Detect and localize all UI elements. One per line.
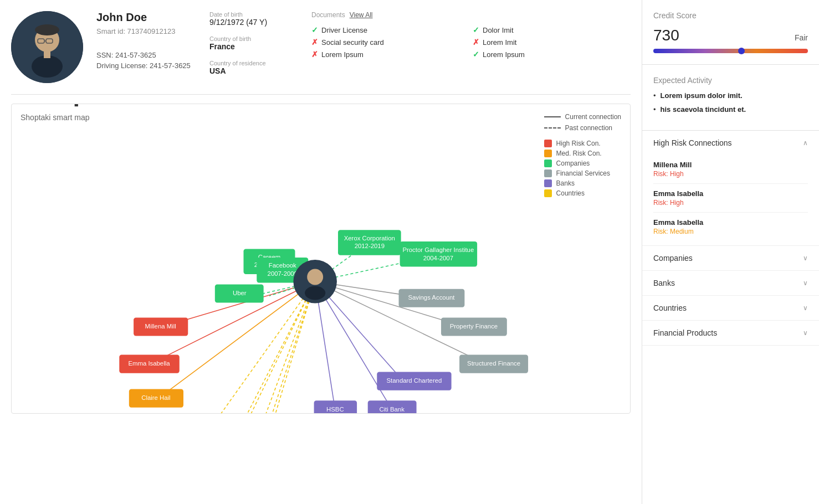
profile-license: Driving License: 241-57-3625 [96,61,196,70]
chevron-down-icon: ∨ [803,329,808,337]
svg-text:Facebook: Facebook [269,262,296,269]
credit-score-section: Credit Score 730 Fair [642,0,819,65]
conn-item-risk: Risk: High [653,199,808,207]
svg-text:Proctor Gallagher Institue: Proctor Gallagher Institue [402,246,474,253]
svg-rect-54 [75,104,78,106]
banks-group-title: Banks [653,279,675,287]
doc-name: Driver License [321,26,367,34]
countries-group-title: Countries [653,304,687,312]
right-panel: Credit Score 730 Fair Expected Activity … [642,0,819,504]
profile-section: John Doe Smart id: 713740912123 SSN: 241… [11,11,631,95]
svg-text:Claire Hail: Claire Hail [141,394,170,401]
financial-products-group-header[interactable]: Financial Products ∨ [642,321,819,345]
cor-value: USA [209,66,298,75]
svg-rect-6 [44,50,50,58]
docs-grid: ✓ Driver License ✓ Dolor Imit ✗ Social s… [311,25,631,59]
svg-text:Emma Isabella: Emma Isabella [128,360,170,367]
cob-label: Country of birth [209,35,298,42]
credit-score-title: Credit Score [653,11,808,20]
doc-name: Social security card [321,38,384,47]
expected-activity-title: Expected Activity [653,76,808,85]
avatar [11,11,83,83]
high-risk-group-title: High Risk Connections [653,138,732,147]
svg-text:Millena Mill: Millena Mill [145,323,176,330]
activity-text-1: Lorem ipsum dolor imit. [661,91,743,100]
doc-name: Lorem Ipsum [483,50,525,59]
credit-score-label: Fair [795,33,808,42]
svg-text:Citi Bank: Citi Bank [379,406,405,413]
svg-line-21 [315,281,393,410]
doc-check-icon: ✓ [473,50,479,59]
doc-item: ✓ Lorem Ipsum [473,50,631,59]
countries-group-header[interactable]: Countries ∨ [642,296,819,320]
svg-point-7 [35,24,59,35]
conn-item-name: Emma Isabella [653,218,808,227]
high-risk-group-header[interactable]: High Risk Connections ∧ [642,131,819,155]
doc-cross-icon: ✗ [311,50,318,59]
svg-text:Structured Finance: Structured Finance [467,360,520,367]
bullet-icon: • [653,91,656,100]
conn-item-emma1: Emma Isabella Risk: High [653,184,808,213]
chevron-down-icon: ∨ [803,279,808,287]
profile-name: John Doe [96,11,196,24]
connections-section: High Risk Connections ∧ Millena Mill Ris… [642,131,819,504]
bullet-icon: • [653,105,656,114]
svg-text:Xerox Corporation: Xerox Corporation [344,235,395,241]
svg-text:2012-2019: 2012-2019 [355,243,385,249]
conn-item-millena: Millena Mill Risk: High [653,155,808,184]
conn-item-name: Emma Isabella [653,189,808,198]
conn-item-risk: Risk: High [653,170,808,178]
docs-title: Documents [311,11,345,19]
credit-score-bar [653,49,808,53]
activity-item-1: • Lorem ipsum dolor imit. [653,91,808,100]
svg-text:2007-2009: 2007-2009 [268,270,298,277]
dob-label: Date of birth [209,11,298,18]
svg-point-53 [305,286,325,300]
svg-text:Standard Chartered: Standard Chartered [387,377,442,384]
cob-value: France [209,42,298,51]
banks-group: Banks ∨ [642,271,819,296]
doc-item: ✗ Lorem Imit [473,38,631,47]
network-map-svg: Millena Mill Emma Isabella Claire Hail U… [12,104,630,413]
smart-map-section: Shoptaki smart map Current connection Pa… [11,104,631,414]
chevron-down-icon: ∨ [803,254,808,262]
svg-text:Savings Account: Savings Account [408,294,455,301]
doc-check-icon: ✓ [473,25,479,34]
conn-item-risk: Risk: Medium [653,228,808,235]
companies-group-header[interactable]: Companies ∨ [642,246,819,270]
countries-group: Countries ∨ [642,296,819,321]
doc-item: ✗ Social security card [311,38,469,47]
chevron-up-icon: ∧ [803,139,808,147]
conn-item-name: Millena Mill [653,161,808,169]
doc-name: Dolor Imit [483,26,514,34]
svg-point-52 [307,269,323,285]
doc-name: Lorem Ipsum [321,50,364,59]
chevron-down-icon: ∨ [803,304,808,312]
doc-item: ✓ Dolor Imit [473,25,631,34]
banks-group-header[interactable]: Banks ∨ [642,271,819,295]
doc-item: ✓ Driver License [311,25,469,34]
activity-text-2: his scaevola tincidunt et. [661,105,746,114]
high-risk-items: Millena Mill Risk: High Emma Isabella Ri… [642,155,819,245]
svg-text:Uber: Uber [233,290,247,296]
profile-smart-id: Smart id: 713740912123 [96,27,196,35]
doc-check-icon: ✓ [311,25,318,34]
docs-viewall-link[interactable]: View All [350,11,373,19]
cor-label: Country of residence [209,60,298,66]
companies-group-title: Companies [653,254,693,263]
profile-documents: Documents View All ✓ Driver License ✓ Do… [311,11,631,59]
node-proctor [400,241,478,266]
companies-group: Companies ∨ [642,246,819,271]
financial-products-group-title: Financial Products [653,328,717,337]
doc-name: Lorem Imit [483,38,516,47]
svg-text:2004-2007: 2004-2007 [423,255,453,261]
dob-value: 9/12/1972 (47 Y) [209,18,298,27]
expected-activity-section: Expected Activity • Lorem ipsum dolor im… [642,65,819,131]
credit-score-number: 730 [653,27,679,44]
doc-cross-icon: ✗ [311,38,318,47]
profile-details: Date of birth 9/12/1972 (47 Y) Country o… [209,11,298,75]
profile-ssn: SSN: 241-57-3625 [96,51,196,59]
credit-bar-indicator [738,48,745,54]
high-risk-group: High Risk Connections ∧ Millena Mill Ris… [642,131,819,246]
profile-info: John Doe Smart id: 713740912123 SSN: 241… [96,11,196,70]
